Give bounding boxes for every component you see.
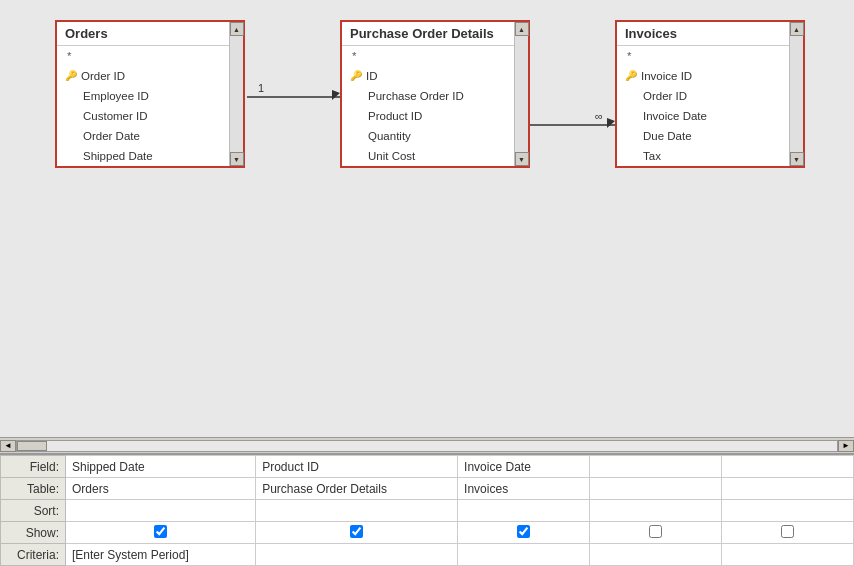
grid-row-criteria: Criteria: [Enter System Period] — [1, 544, 854, 566]
diagram-area: Orders * 🔑 Order ID Employee ID Customer… — [0, 0, 854, 437]
table-invoices[interactable]: Invoices * 🔑 Invoice ID Order ID Invoice… — [615, 20, 805, 168]
query-grid: Field: Shipped Date Product ID Invoice D… — [0, 453, 854, 566]
table-pod-fields: * 🔑 ID Purchase Order ID Product ID Quan… — [342, 46, 528, 166]
grid-cell-sort-2[interactable] — [458, 500, 590, 522]
scroll-up-btn[interactable]: ▲ — [515, 22, 529, 36]
grid-cell-table-2[interactable]: Invoices — [458, 478, 590, 500]
grid-cell-field-1[interactable]: Product ID — [256, 456, 458, 478]
svg-text:∞: ∞ — [595, 110, 603, 122]
field-row: * — [57, 46, 243, 66]
field-row: Employee ID — [57, 86, 243, 106]
grid-row-field: Field: Shipped Date Product ID Invoice D… — [1, 456, 854, 478]
grid-row-table: Table: Orders Purchase Order Details Inv… — [1, 478, 854, 500]
show-checkbox-3[interactable] — [649, 525, 662, 538]
field-row: 🔑 ID — [342, 66, 528, 86]
table-invoices-title: Invoices — [617, 22, 803, 46]
grid-cell-show-2[interactable] — [458, 522, 590, 544]
field-row: Quantity — [342, 126, 528, 146]
field-row: Invoice Date — [617, 106, 803, 126]
grid-cell-show-3[interactable] — [590, 522, 722, 544]
svg-marker-5 — [607, 118, 615, 128]
grid-cell-field-0[interactable]: Shipped Date — [66, 456, 256, 478]
scroll-thumb[interactable] — [17, 441, 47, 451]
field-row: Shipped Date — [57, 146, 243, 166]
field-row: * — [617, 46, 803, 66]
grid-cell-table-0[interactable]: Orders — [66, 478, 256, 500]
show-checkbox-1[interactable] — [350, 525, 363, 538]
field-row: Purchase Order ID — [342, 86, 528, 106]
grid-cell-table-1[interactable]: Purchase Order Details — [256, 478, 458, 500]
table-orders-title: Orders — [57, 22, 243, 46]
scroll-down-btn[interactable]: ▼ — [230, 152, 244, 166]
scrollbar-orders[interactable]: ▲ ▼ — [229, 22, 243, 166]
scroll-up-btn[interactable]: ▲ — [790, 22, 804, 36]
show-checkbox-2[interactable] — [517, 525, 530, 538]
field-row: Unit Cost — [342, 146, 528, 166]
field-row: 🔑 Order ID — [57, 66, 243, 86]
row-label-table: Table: — [1, 478, 66, 500]
row-label-sort: Sort: — [1, 500, 66, 522]
table-orders[interactable]: Orders * 🔑 Order ID Employee ID Customer… — [55, 20, 245, 168]
scroll-left-btn[interactable]: ◄ — [0, 440, 16, 452]
grid-cell-field-4[interactable] — [722, 456, 854, 478]
field-row: 🔑 Invoice ID — [617, 66, 803, 86]
scroll-track[interactable] — [16, 440, 838, 452]
grid-row-sort: Sort: — [1, 500, 854, 522]
grid-cell-field-3[interactable] — [590, 456, 722, 478]
grid-cell-criteria-4[interactable] — [722, 544, 854, 566]
key-icon: 🔑 — [625, 67, 637, 85]
field-row: Due Date — [617, 126, 803, 146]
field-row: Product ID — [342, 106, 528, 126]
key-icon: 🔑 — [350, 67, 362, 85]
scroll-right-btn[interactable]: ► — [838, 440, 854, 452]
scroll-down-btn[interactable]: ▼ — [790, 152, 804, 166]
grid-cell-field-2[interactable]: Invoice Date — [458, 456, 590, 478]
field-row: Tax — [617, 146, 803, 166]
field-row: Customer ID — [57, 106, 243, 126]
scroll-up-btn[interactable]: ▲ — [230, 22, 244, 36]
grid-row-show: Show: — [1, 522, 854, 544]
grid-cell-show-4[interactable] — [722, 522, 854, 544]
table-purchase-order-details[interactable]: Purchase Order Details * 🔑 ID Purchase O… — [340, 20, 530, 168]
grid-cell-show-1[interactable] — [256, 522, 458, 544]
grid-cell-sort-4[interactable] — [722, 500, 854, 522]
key-icon: 🔑 — [65, 67, 77, 85]
grid-cell-show-0[interactable] — [66, 522, 256, 544]
field-row: * — [342, 46, 528, 66]
grid-cell-table-4[interactable] — [722, 478, 854, 500]
table-orders-fields: * 🔑 Order ID Employee ID Customer ID Ord… — [57, 46, 243, 166]
grid-cell-sort-0[interactable] — [66, 500, 256, 522]
row-label-show: Show: — [1, 522, 66, 544]
table-pod-title: Purchase Order Details — [342, 22, 528, 46]
scrollbar-pod[interactable]: ▲ ▼ — [514, 22, 528, 166]
show-checkbox-4[interactable] — [781, 525, 794, 538]
table-invoices-fields: * 🔑 Invoice ID Order ID Invoice Date Due… — [617, 46, 803, 166]
row-label-field: Field: — [1, 456, 66, 478]
grid-cell-criteria-0[interactable]: [Enter System Period] — [66, 544, 256, 566]
scrollbar-invoices[interactable]: ▲ ▼ — [789, 22, 803, 166]
grid-cell-table-3[interactable] — [590, 478, 722, 500]
grid-table: Field: Shipped Date Product ID Invoice D… — [0, 455, 854, 566]
grid-cell-criteria-2[interactable] — [458, 544, 590, 566]
field-row: Order ID — [617, 86, 803, 106]
horizontal-scrollbar[interactable]: ◄ ► — [0, 437, 854, 453]
show-checkbox-0[interactable] — [154, 525, 167, 538]
svg-marker-2 — [332, 90, 340, 100]
grid-cell-sort-3[interactable] — [590, 500, 722, 522]
field-row: Order Date — [57, 126, 243, 146]
row-label-criteria: Criteria: — [1, 544, 66, 566]
grid-cell-criteria-3[interactable] — [590, 544, 722, 566]
grid-cell-sort-1[interactable] — [256, 500, 458, 522]
scroll-down-btn[interactable]: ▼ — [515, 152, 529, 166]
grid-cell-criteria-1[interactable] — [256, 544, 458, 566]
svg-text:1: 1 — [258, 82, 264, 94]
